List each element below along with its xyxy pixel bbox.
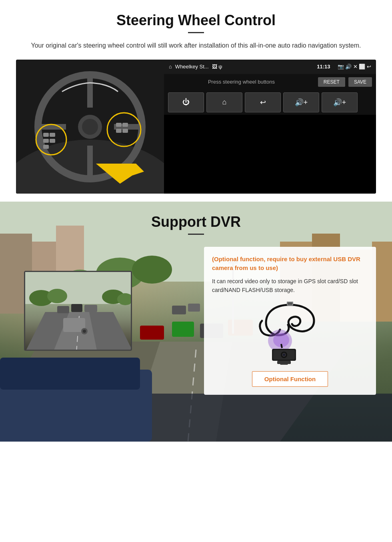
svg-rect-56	[57, 306, 69, 313]
svg-point-68	[283, 354, 285, 356]
topbar-extra-icons: 🖼 ψ	[212, 64, 222, 70]
dvr-right: (Optional function, require to buy exter…	[204, 247, 376, 395]
home-icon: ⌂	[169, 64, 172, 70]
ctrl-back-btn[interactable]: ↩	[245, 92, 281, 112]
svg-rect-58	[84, 305, 97, 312]
svg-rect-17	[122, 123, 128, 127]
dvr-description: It can record video only to storage in G…	[212, 277, 368, 295]
steering-photo	[16, 60, 164, 194]
svg-rect-57	[71, 304, 82, 312]
topbar-title: Wheelkey St...	[175, 64, 209, 70]
press-label: Press steering wheel buttons	[168, 79, 315, 85]
dvr-title: Support DVR	[16, 214, 376, 230]
optional-function-button[interactable]: Optional Function	[252, 371, 328, 387]
steering-subtitle: Your original car's steering wheel contr…	[16, 40, 376, 51]
svg-point-50	[47, 289, 67, 303]
small-screen-insert	[24, 271, 132, 351]
dvr-main: (Optional function, require to buy exter…	[16, 247, 376, 407]
dvr-content: Support DVR	[0, 202, 392, 423]
svg-point-61	[83, 330, 86, 333]
dvr-section: Support DVR	[0, 202, 392, 442]
ctrl-vol-up2-btn[interactable]: 🔊+	[322, 92, 358, 112]
dvr-left	[16, 247, 196, 407]
ctrl-home-btn[interactable]: ⌂	[206, 92, 242, 112]
dvr-info-card: (Optional function, require to buy exter…	[204, 247, 376, 395]
svg-rect-69	[277, 361, 291, 364]
topbar-time: 11:13	[317, 64, 330, 70]
steering-section: Steering Wheel Control Your original car…	[0, 0, 392, 202]
svg-line-73	[281, 344, 282, 348]
svg-rect-72	[288, 302, 292, 305]
svg-rect-18	[116, 129, 122, 133]
svg-rect-13	[43, 139, 49, 143]
steering-divider	[188, 32, 204, 33]
svg-rect-11	[43, 133, 49, 137]
screen-topbar: ⌂ Wheelkey St... 🖼 ψ 11:13 📷 🔊 ✕ ⬜ ↩	[164, 60, 376, 74]
svg-marker-70	[280, 364, 288, 365]
ctrl-power-btn[interactable]: ⏻	[168, 92, 204, 112]
screen-black-area	[164, 115, 376, 194]
ctrl-vol-up-btn[interactable]: 🔊+	[283, 92, 319, 112]
topbar-right-icons: 📷 🔊 ✕ ⬜ ↩	[338, 64, 371, 70]
screen-button-row: ⏻ ⌂ ↩ 🔊+ 🔊+	[164, 90, 376, 115]
svg-rect-19	[122, 129, 128, 133]
svg-rect-14	[50, 139, 55, 143]
save-button[interactable]: SAVE	[348, 77, 372, 87]
svg-rect-15	[43, 145, 49, 149]
svg-point-8	[82, 119, 98, 135]
steering-image-container: ⌂ Wheelkey St... 🖼 ψ 11:13 📷 🔊 ✕ ⬜ ↩ Pre…	[16, 60, 376, 194]
svg-rect-16	[116, 123, 122, 127]
dvr-camera-area	[212, 301, 368, 365]
steering-screen: ⌂ Wheelkey St... 🖼 ψ 11:13 📷 🔊 ✕ ⬜ ↩ Pre…	[164, 60, 376, 194]
screen-controls-row: Press steering wheel buttons RESET SAVE	[164, 74, 376, 90]
svg-rect-12	[50, 133, 55, 137]
small-screen-road	[25, 272, 131, 350]
dvr-optional-text: (Optional function, require to buy exter…	[212, 255, 368, 273]
dvr-title-area: Support DVR	[16, 214, 376, 235]
dvr-divider	[188, 234, 204, 235]
steering-title: Steering Wheel Control	[16, 12, 376, 29]
reset-button[interactable]: RESET	[318, 77, 345, 87]
